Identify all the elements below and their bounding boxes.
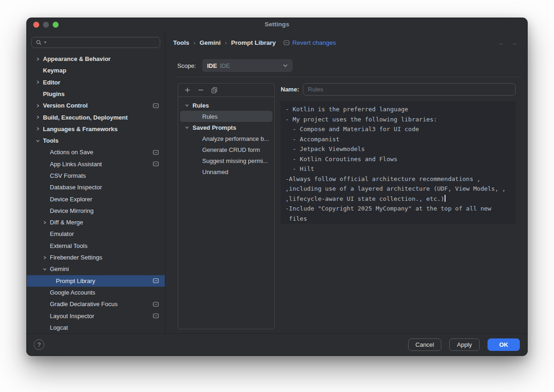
chevron-down-icon[interactable] [42,267,50,271]
minus-icon [198,87,204,93]
remove-prompt-button[interactable] [196,85,205,95]
sidebar-item-label: Languages & Frameworks [43,126,118,133]
add-prompt-button[interactable] [183,85,192,95]
sidebar-item-keymap[interactable]: Keymap [27,65,165,76]
copy-prompt-button[interactable] [210,85,219,95]
prompt-text-editor[interactable]: - Kotlin is the preferred language - My … [281,101,516,224]
prompt-tree: Rules Rules Saved Prompts Analyze perfor… [178,97,274,177]
prompt-item-suggest-missing-permissions[interactable]: Suggest missing permi... [178,155,274,166]
ide-settings-icon [153,314,159,319]
sidebar-item-appearance-behavior[interactable]: Appearance & Behavior [27,53,165,65]
sidebar-item-actions-on-save[interactable]: Actions on Save [27,146,165,158]
sidebar-item-label: Plugins [43,90,65,97]
sidebar-item-label: CSV Formats [50,172,86,179]
sidebar-item-editor[interactable]: Editor [27,76,165,88]
sidebar-item-external-tools[interactable]: External Tools [27,240,165,252]
search-input[interactable] [48,39,156,46]
name-row: Name: [281,83,516,96]
help-button[interactable]: ? [34,339,44,350]
sidebar-item-label: External Tools [50,242,87,249]
sidebar-item-device-mirroring[interactable]: Device Mirroring [27,205,165,217]
chevron-right-icon[interactable] [42,220,50,225]
prompt-item-rules[interactable]: Rules [180,111,272,122]
scope-row: Scope: IDE IDE [177,59,520,72]
sidebar-item-label: Diff & Merge [50,219,83,226]
ide-settings-icon [153,103,159,108]
breadcrumb-item-prompt-library[interactable]: Prompt Library [231,39,276,46]
sidebar-item-label: Device Mirroring [50,207,94,214]
prompt-group-saved-prompts[interactable]: Saved Prompts [178,122,274,133]
back-arrow-icon[interactable]: ← [498,39,505,47]
prompt-item-unnamed[interactable]: Unnamed [178,166,274,177]
sidebar-item-label: Keymap [43,67,66,74]
breadcrumb-separator: › [225,39,227,46]
sidebar-item-database-inspector[interactable]: Database Inspector [27,181,165,193]
chevron-down-icon[interactable] [185,103,189,108]
prompt-group-rules[interactable]: Rules [178,100,274,111]
revert-changes-link[interactable]: Revert changes [292,39,336,46]
breadcrumb: Tools › Gemini › Prompt Library Revert c… [173,36,520,48]
sidebar-item-gradle-declarative-focus[interactable]: Gradle Declarative Focus [27,298,165,310]
prompt-item-analyze-performance[interactable]: Analyze performance b... [178,133,274,144]
sidebar-item-emulator[interactable]: Emulator [27,228,165,240]
sidebar-item-csv-formats[interactable]: CSV Formats [27,170,165,181]
breadcrumb-item-gemini[interactable]: Gemini [199,39,221,46]
sidebar-item-label: Emulator [50,230,74,237]
sidebar-item-app-links-assistant[interactable]: App Links Assistant [27,158,165,170]
breadcrumb-item-tools[interactable]: Tools [173,39,189,46]
prompt-item-label: Suggest missing permi... [202,157,268,164]
editor-line: files [285,214,511,224]
name-field[interactable] [303,83,516,96]
sidebar-item-firebender-settings[interactable]: Firebender Settings [27,252,165,263]
chevron-down-icon[interactable] [185,125,189,130]
cancel-button[interactable]: Cancel [408,338,441,351]
sidebar-item-plugins[interactable]: Plugins [27,88,165,100]
prompt-group-label: Rules [193,102,209,109]
sidebar-item-label: Firebender Settings [50,254,102,261]
editor-line: -Include "Copyright 2025 MyCompany" at t… [285,204,511,214]
sidebar-item-layout-inspector[interactable]: Layout Inspector [27,310,165,321]
plus-icon [184,87,191,93]
sidebar-item-tools[interactable]: Tools [27,135,165,146]
settings-window: Settings Appearance & Behavior [26,18,528,356]
search-options-caret-icon[interactable] [44,42,47,43]
sidebar-item-label: Build, Execution, Deployment [43,114,127,121]
chevron-right-icon[interactable] [36,80,43,84]
name-label: Name: [281,86,299,93]
forward-arrow-icon[interactable]: → [511,39,518,47]
prompt-item-label: Rules [202,113,217,120]
editor-line: - My project uses the following librarie… [285,115,511,125]
chevron-down-icon[interactable] [36,139,43,143]
chevron-right-icon[interactable] [36,103,43,108]
sidebar-item-label: Logcat [50,324,68,331]
chevron-down-icon [283,64,288,67]
sidebar-item-prompt-library[interactable]: Prompt Library [27,275,165,287]
sidebar-item-version-control[interactable]: Version Control [27,100,165,111]
sidebar-item-label: Device Explorer [50,196,92,203]
sidebar-item-label: Actions on Save [50,149,93,156]
sidebar-item-label: Prompt Library [56,277,95,284]
sidebar-item-languages-frameworks[interactable]: Languages & Frameworks [27,123,165,135]
sidebar-item-build-execution-deployment[interactable]: Build, Execution, Deployment [27,111,165,123]
sidebar-item-diff-merge[interactable]: Diff & Merge [27,217,165,228]
chevron-right-icon[interactable] [36,57,43,61]
editor-line: ,including use of a layered architecture… [285,184,511,194]
sidebar-item-label: Version Control [43,102,88,109]
revert-changes[interactable]: Revert changes [283,39,336,46]
sidebar-item-logcat[interactable]: Logcat [27,322,165,333]
chevron-right-icon[interactable] [36,127,43,131]
ok-button[interactable]: OK [488,338,520,351]
settings-sidebar: Appearance & Behavior Keymap Editor Plug… [27,31,165,333]
chevron-right-icon[interactable] [36,115,43,120]
prompt-item-generate-crud-form[interactable]: Generate CRUD form [178,144,274,155]
sidebar-item-device-explorer[interactable]: Device Explorer [27,193,165,205]
search-field[interactable] [31,37,160,48]
sidebar-item-gemini[interactable]: Gemini [27,263,165,275]
sidebar-item-label: Google Accounts [50,289,95,296]
prompt-item-label: Analyze performance b... [202,135,269,142]
apply-button[interactable]: Apply [449,338,480,351]
sidebar-item-google-accounts[interactable]: Google Accounts [27,287,165,298]
sidebar-item-label: Database Inspector [50,184,102,191]
scope-dropdown[interactable]: IDE IDE [202,59,293,72]
chevron-right-icon[interactable] [42,255,50,260]
